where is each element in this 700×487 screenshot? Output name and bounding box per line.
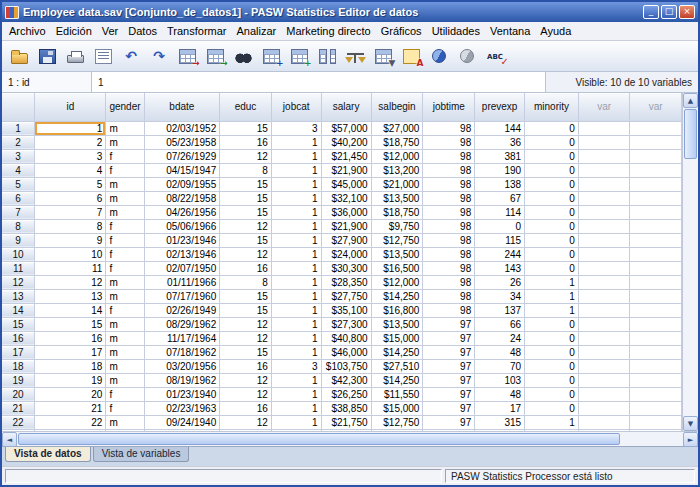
column-header-jobtime[interactable]: jobtime: [423, 93, 475, 121]
cell[interactable]: 98: [423, 261, 475, 275]
cell[interactable]: 98: [423, 275, 475, 289]
cell[interactable]: 1: [271, 149, 321, 163]
cell[interactable]: 66: [475, 317, 525, 331]
empty-cell[interactable]: [630, 359, 682, 373]
cell[interactable]: 1: [271, 247, 321, 261]
cell-value-field[interactable]: 1: [92, 72, 546, 92]
row-header-9[interactable]: 9: [2, 233, 35, 247]
menu-edici-n[interactable]: Edición: [51, 24, 97, 38]
empty-cell[interactable]: [630, 121, 682, 135]
empty-cell[interactable]: [630, 233, 682, 247]
cell[interactable]: 1: [271, 275, 321, 289]
cell[interactable]: $16,500: [371, 261, 423, 275]
cell[interactable]: $21,450: [321, 149, 371, 163]
empty-cell[interactable]: [578, 373, 630, 387]
cell[interactable]: f: [106, 303, 144, 317]
menu-ayuda[interactable]: Ayuda: [535, 24, 576, 38]
empty-cell[interactable]: [578, 317, 630, 331]
empty-cell[interactable]: [578, 163, 630, 177]
cell[interactable]: 4: [35, 163, 106, 177]
cell[interactable]: 07/17/1960: [144, 289, 220, 303]
cell[interactable]: 16: [220, 261, 272, 275]
close-button[interactable]: ×: [679, 5, 695, 19]
cell[interactable]: $18,750: [371, 135, 423, 149]
save-button[interactable]: [34, 44, 60, 68]
cell[interactable]: $24,000: [321, 247, 371, 261]
cell[interactable]: 1: [271, 317, 321, 331]
cell[interactable]: m: [106, 317, 144, 331]
column-header-gender[interactable]: gender: [106, 93, 144, 121]
cell[interactable]: 48: [475, 387, 525, 401]
empty-cell[interactable]: [630, 219, 682, 233]
cell[interactable]: 15: [220, 121, 272, 135]
cell[interactable]: 98: [423, 303, 475, 317]
cell[interactable]: $14,250: [371, 345, 423, 359]
cell[interactable]: 0: [525, 191, 579, 205]
cell[interactable]: 15: [220, 177, 272, 191]
empty-cell[interactable]: [630, 387, 682, 401]
cell[interactable]: 98: [423, 247, 475, 261]
cell[interactable]: $11,550: [371, 387, 423, 401]
cell[interactable]: 9: [35, 233, 106, 247]
cell[interactable]: $28,350: [321, 275, 371, 289]
cell[interactable]: 381: [475, 149, 525, 163]
menu-ver[interactable]: Ver: [97, 24, 124, 38]
cell[interactable]: 1: [271, 219, 321, 233]
row-header-14[interactable]: 14: [2, 303, 35, 317]
cell[interactable]: 97: [423, 345, 475, 359]
recall-dialogs-button[interactable]: [90, 44, 116, 68]
column-header-minority[interactable]: minority: [525, 93, 579, 121]
cell[interactable]: 13: [35, 289, 106, 303]
row-header-12[interactable]: 12: [2, 275, 35, 289]
cell[interactable]: 114: [475, 205, 525, 219]
value-labels-button[interactable]: A: [398, 44, 424, 68]
cell[interactable]: $13,500: [371, 317, 423, 331]
menu-ventana[interactable]: Ventana: [485, 24, 535, 38]
cell[interactable]: f: [106, 401, 144, 415]
cell[interactable]: $21,900: [321, 163, 371, 177]
redo-button[interactable]: ↷: [146, 44, 172, 68]
cell[interactable]: $12,000: [371, 275, 423, 289]
scroll-left-icon[interactable]: ◄: [2, 432, 17, 447]
cell[interactable]: $14,250: [371, 289, 423, 303]
cell[interactable]: m: [106, 415, 144, 429]
empty-cell[interactable]: [630, 331, 682, 345]
cell[interactable]: m: [106, 331, 144, 345]
row-header-20[interactable]: 20: [2, 387, 35, 401]
cell[interactable]: 0: [525, 331, 579, 345]
row-header-19[interactable]: 19: [2, 373, 35, 387]
row-header-17[interactable]: 17: [2, 345, 35, 359]
vertical-scroll-thumb[interactable]: [684, 109, 697, 159]
cell[interactable]: 98: [423, 121, 475, 135]
cell[interactable]: $57,000: [321, 121, 371, 135]
cell[interactable]: 1: [271, 233, 321, 247]
cell[interactable]: 11/17/1964: [144, 331, 220, 345]
cell[interactable]: $16,800: [371, 303, 423, 317]
insert-cases-button[interactable]: +: [258, 44, 284, 68]
cell[interactable]: $13,200: [371, 163, 423, 177]
cell[interactable]: f: [106, 247, 144, 261]
cell[interactable]: 21: [35, 401, 106, 415]
row-header-16[interactable]: 16: [2, 331, 35, 345]
use-variable-sets-button[interactable]: [426, 44, 452, 68]
row-header-13[interactable]: 13: [2, 289, 35, 303]
cell[interactable]: 0: [525, 121, 579, 135]
cell[interactable]: $30,300: [321, 261, 371, 275]
cell[interactable]: 05/06/1966: [144, 219, 220, 233]
cell[interactable]: 1: [271, 331, 321, 345]
cell[interactable]: $38,850: [321, 401, 371, 415]
cell[interactable]: $42,300: [321, 373, 371, 387]
cell[interactable]: $21,000: [371, 177, 423, 191]
cell[interactable]: 48: [475, 345, 525, 359]
cell[interactable]: 0: [525, 135, 579, 149]
empty-cell[interactable]: [630, 191, 682, 205]
cell[interactable]: 22: [35, 415, 106, 429]
cell[interactable]: $35,100: [321, 303, 371, 317]
cell[interactable]: m: [106, 345, 144, 359]
cell[interactable]: 15: [220, 345, 272, 359]
empty-cell[interactable]: [578, 149, 630, 163]
undo-button[interactable]: ↶: [118, 44, 144, 68]
cell[interactable]: 1: [271, 401, 321, 415]
split-file-button[interactable]: [314, 44, 340, 68]
cell[interactable]: 0: [525, 149, 579, 163]
